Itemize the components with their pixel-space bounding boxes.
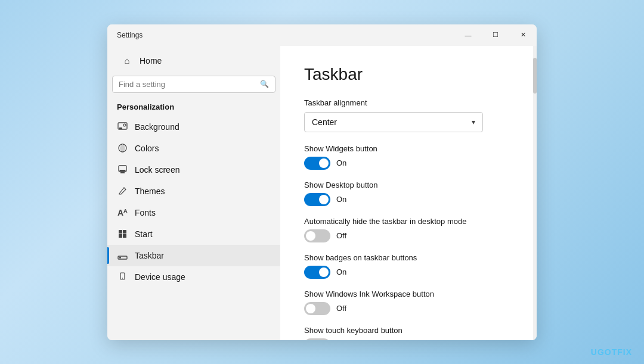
svg-rect-12 [119,257,121,259]
svg-point-14 [122,278,123,279]
toggle-desktop-value: On [336,195,346,204]
fonts-icon: Aᴬ [117,207,128,218]
svg-rect-6 [119,170,125,172]
sidebar-item-background[interactable]: Background [107,116,280,138]
svg-rect-9 [119,234,122,238]
watermark: UGOTFIX [591,347,632,357]
background-label: Background [135,122,179,132]
taskbar-label: Taskbar [135,251,164,260]
alignment-setting: Taskbar alignment Center ▾ [304,98,513,132]
toggle-autohide-value: Off [336,231,346,240]
svg-rect-1 [119,127,122,129]
toggle-widgets-container: On [304,157,513,170]
toggle-widgets-switch[interactable] [304,157,330,170]
sidebar-item-device-usage[interactable]: Device usage [107,266,280,288]
sidebar-item-taskbar[interactable]: Taskbar [107,245,280,266]
svg-rect-8 [123,230,126,234]
device-usage-label: Device usage [135,272,185,282]
lock-screen-label: Lock screen [135,165,179,175]
toggle-badges-switch[interactable] [304,266,330,279]
toggle-autohide-thumb [306,231,315,241]
colors-label: Colors [135,144,159,153]
titlebar: Settings — ☐ ✕ [107,24,537,46]
alignment-label: Taskbar alignment [304,98,513,107]
section-label: Personalization [107,100,280,116]
taskbar-icon [117,250,128,261]
sidebar-home[interactable]: ⌂ Home [112,51,275,71]
scrollbar-thumb[interactable] [533,58,537,94]
toggle-desktop: Show Desktop button On [304,181,513,206]
home-label: Home [140,56,162,66]
toggle-ink-workspace-container: Off [304,302,513,315]
fonts-label: Fonts [135,208,156,217]
toggle-ink-workspace-label: Show Windows Ink Workspace button [304,290,513,298]
toggle-touch-keyboard-switch[interactable] [304,338,330,340]
themes-icon [117,186,128,197]
start-icon [117,229,128,239]
toggle-badges-container: On [304,266,513,279]
scrollbar-track[interactable] [533,46,537,340]
window-body: ⌂ Home 🔍 Personalization Background Colo… [107,46,537,340]
toggle-badges-label: Show badges on taskbar buttons [304,253,513,262]
watermark-text-highlight: FIX [617,347,632,357]
toggle-ink-workspace-thumb [306,304,315,313]
toggle-autohide-label: Automatically hide the taskbar in deskto… [304,217,513,226]
maximize-button[interactable]: ☐ [482,24,509,46]
search-box[interactable]: 🔍 [112,76,275,93]
toggle-desktop-label: Show Desktop button [304,181,513,189]
device-usage-icon [117,272,128,282]
content-panel: Taskbar Taskbar alignment Center ▾ Show … [280,46,537,340]
close-button[interactable]: ✕ [509,24,537,46]
toggle-badges-value: On [336,267,346,276]
toggle-touch-keyboard-container: Off [304,338,513,340]
search-icon: 🔍 [260,80,269,88]
toggle-autohide: Automatically hide the taskbar in deskto… [304,217,513,242]
sidebar: ⌂ Home 🔍 Personalization Background Colo… [107,46,280,340]
svg-rect-7 [119,230,122,234]
toggle-badges-thumb [319,267,329,277]
window-controls: — ☐ ✕ [454,24,537,46]
page-title: Taskbar [304,65,513,84]
toggle-widgets-label: Show Widgets button [304,144,513,153]
toggle-autohide-switch[interactable] [304,229,330,242]
lock-screen-icon [117,164,128,175]
svg-point-2 [123,124,126,126]
minimize-button[interactable]: — [454,24,482,46]
toggle-ink-workspace-value: Off [336,304,346,313]
svg-rect-5 [120,172,125,173]
watermark-text-before: UGOT [591,347,617,357]
svg-rect-10 [123,234,126,238]
toggle-badges: Show badges on taskbar buttons On [304,253,513,279]
toggle-touch-keyboard: Show touch keyboard button Off [304,326,513,340]
start-label: Start [135,229,153,239]
sidebar-item-start[interactable]: Start [107,223,280,245]
toggle-desktop-container: On [304,193,513,206]
toggle-desktop-thumb [319,195,329,204]
sidebar-item-themes[interactable]: Themes [107,181,280,202]
toggle-widgets-value: On [336,158,346,167]
sidebar-item-fonts[interactable]: Aᴬ Fonts [107,202,280,223]
home-icon: ⌂ [122,55,132,66]
themes-label: Themes [135,186,165,196]
sidebar-item-colors[interactable]: Colors [107,138,280,159]
alignment-value: Center [312,117,337,127]
settings-window: Settings — ☐ ✕ ⌂ Home 🔍 Personalization [107,24,537,340]
toggle-widgets-thumb [319,158,329,168]
colors-icon [117,143,128,154]
toggle-ink-workspace: Show Windows Ink Workspace button Off [304,290,513,315]
toggle-ink-workspace-switch[interactable] [304,302,330,315]
toggle-widgets: Show Widgets button On [304,144,513,170]
alignment-dropdown[interactable]: Center ▾ [304,112,483,132]
toggle-desktop-switch[interactable] [304,193,330,206]
background-icon [117,122,128,132]
toggle-autohide-container: Off [304,229,513,242]
search-input[interactable] [119,80,255,89]
sidebar-item-lock-screen[interactable]: Lock screen [107,159,280,181]
toggle-touch-keyboard-label: Show touch keyboard button [304,326,513,335]
chevron-down-icon: ▾ [472,118,475,126]
window-title: Settings [117,31,143,39]
